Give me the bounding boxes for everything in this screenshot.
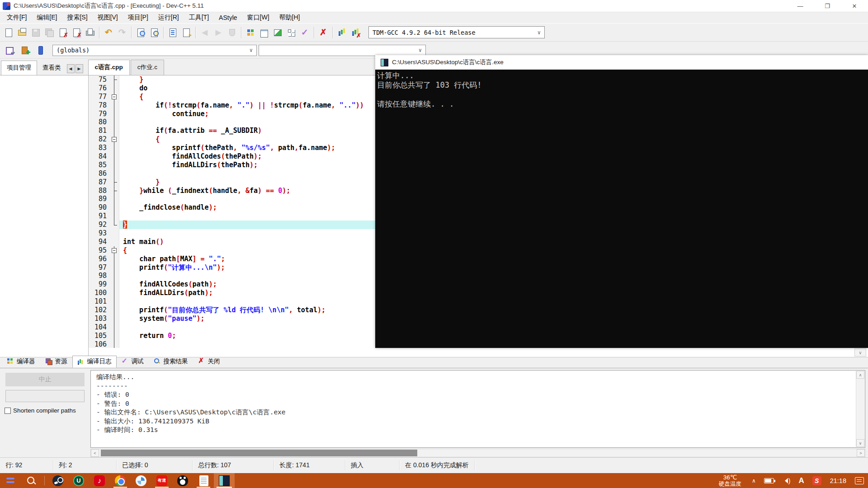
youdao-app-button[interactable]: 有道 [151,473,172,488]
clock[interactable]: 21:18 [830,477,846,484]
close-button[interactable]: ✕ [841,0,868,12]
scrollbar-thumb[interactable] [101,450,417,456]
netease-music-app-button[interactable]: ♪ [89,473,110,488]
tab-debug[interactable]: 调试 [117,356,149,368]
console-titlebar[interactable]: C:\Users\ASUS\Desktop\c语言\c语言.exe [375,55,868,70]
insert-snippet-button[interactable] [179,26,193,39]
tab-label: 资源 [55,357,67,366]
grid-icon [7,358,14,365]
members-select[interactable]: ∨ [259,45,426,56]
tab-close[interactable]: 关闭 [193,356,225,368]
tab-scroll-left-button[interactable]: ◀ [67,64,75,73]
volume-icon[interactable] [782,477,791,484]
menu-item-10[interactable]: 帮助[H] [274,13,305,23]
scroll-left-icon[interactable]: < [91,449,99,457]
undo-button[interactable]: ↶ [102,26,115,39]
compile-run-button[interactable] [271,26,284,39]
fold-collapse-icon[interactable] [112,94,117,99]
check-icon: ✓ [300,28,309,37]
tab-compile-log[interactable]: 编译日志 [72,356,117,368]
menu-item-6[interactable]: 运行[R] [153,13,184,23]
menu-item-1[interactable]: 文件[F] [2,13,32,23]
replace-button[interactable] [147,26,161,39]
console-output[interactable]: 计算中...目前你总共写了 103 行代码! 请按任意键继续. . . [375,70,868,348]
bookmark-button[interactable] [33,43,47,57]
open-button[interactable] [15,26,29,39]
notepad-app-button[interactable] [193,473,214,488]
goto-line-button[interactable] [166,26,179,39]
tab-resources[interactable]: 资源 [40,356,72,368]
uninstaller-app-button[interactable]: U [68,473,89,488]
run-button[interactable] [257,26,271,39]
editor-tab[interactable]: c作业.c [131,60,164,75]
fold-collapse-icon[interactable] [112,248,117,253]
rebuild-all-button[interactable] [284,26,298,39]
restore-button[interactable]: ❐ [814,0,841,12]
line-number: 100 [89,289,109,297]
fold-gutter [109,75,119,84]
menu-item-4[interactable]: 视图[V] [93,13,123,23]
tab-compiler[interactable]: 编译器 [2,356,40,368]
print-button[interactable] [83,26,97,39]
scroll-right-icon[interactable]: > [857,449,865,457]
tab-scroll-right-button[interactable]: ▶ [75,64,83,73]
close-all-button[interactable] [70,26,83,39]
log-horizontal-scrollbar[interactable]: < > [90,449,865,457]
abort-button[interactable]: 中止 [5,373,85,386]
globals-select[interactable]: (globals) ∨ [52,45,257,56]
console-window[interactable]: C:\Users\ASUS\Desktop\c语言\c语言.exe 计算中...… [375,55,868,348]
new-file-button[interactable] [2,26,15,39]
chrome-app-button[interactable] [110,473,131,488]
menu-item-2[interactable]: 编辑[E] [32,13,62,23]
shorten-paths-option[interactable]: Shorten compiler paths [5,407,76,414]
sidebar-tab-查看类[interactable]: 查看类 [37,61,66,75]
editor-tab[interactable]: c语言.cpp [88,60,130,75]
hidden-icons-chevron[interactable]: ∧ [752,478,756,484]
menu-item-3[interactable]: 搜索[S] [62,13,92,23]
menu-item-8[interactable]: AStyle [214,13,242,22]
shorten-paths-checkbox[interactable] [5,408,11,414]
console-app-button[interactable] [214,473,235,488]
sidebar-tab-项目管理[interactable]: 项目管理 [1,61,37,75]
syntax-check-button[interactable]: ✓ [298,26,311,39]
line-number: 76 [89,84,109,93]
lines-icon [168,28,177,37]
menu-item-7[interactable]: 工具[T] [184,13,214,23]
abort-compilation-button[interactable]: ✗ [316,26,330,39]
qq-app-button[interactable] [172,473,193,488]
taskbar-search-button[interactable] [21,473,42,488]
fan-app-button[interactable] [131,473,151,488]
find-button[interactable] [134,26,147,39]
editor-scroll-down-button[interactable]: ∨ [854,348,866,357]
delete-profiling-button[interactable] [349,26,362,39]
log-vertical-scrollbar[interactable]: ∧ ∨ [856,371,864,447]
profile-button[interactable] [335,26,349,39]
close-file-button[interactable] [56,26,70,39]
compiler-select[interactable]: TDM-GCC 4.9.2 64-bit Release ∨ [368,26,545,38]
tab-search-results[interactable]: 搜索结果 [149,356,193,368]
minimize-button[interactable]: — [787,0,814,12]
menu-item-5[interactable]: 项目[P] [123,13,153,23]
status-field-6: 插入 [345,460,400,470]
steam-app-button[interactable] [47,473,68,488]
battery-icon[interactable] [764,478,774,483]
fold-gutter[interactable] [109,246,119,255]
fold-gutter[interactable] [109,135,119,144]
menu-item-9[interactable]: 窗口[W] [242,13,274,23]
add-watch-button[interactable] [18,43,32,57]
scroll-down-icon[interactable]: ∨ [856,439,864,447]
text-cursor: } [123,221,127,229]
start-button[interactable] [0,473,21,488]
compile-button[interactable] [244,26,257,39]
music-icon: ♪ [94,475,105,486]
scroll-up-icon[interactable]: ∧ [856,371,864,379]
sogou-input-icon[interactable]: S [812,476,821,485]
print-icon [85,28,94,37]
compile-progress-bar [5,390,85,402]
fold-collapse-icon[interactable] [112,137,117,142]
input-method-letter[interactable]: A [798,476,804,485]
gridpair-icon [287,28,296,37]
notification-tray-icon[interactable] [855,477,864,484]
goto-definition-button[interactable] [3,43,16,57]
fold-gutter[interactable] [109,93,119,101]
